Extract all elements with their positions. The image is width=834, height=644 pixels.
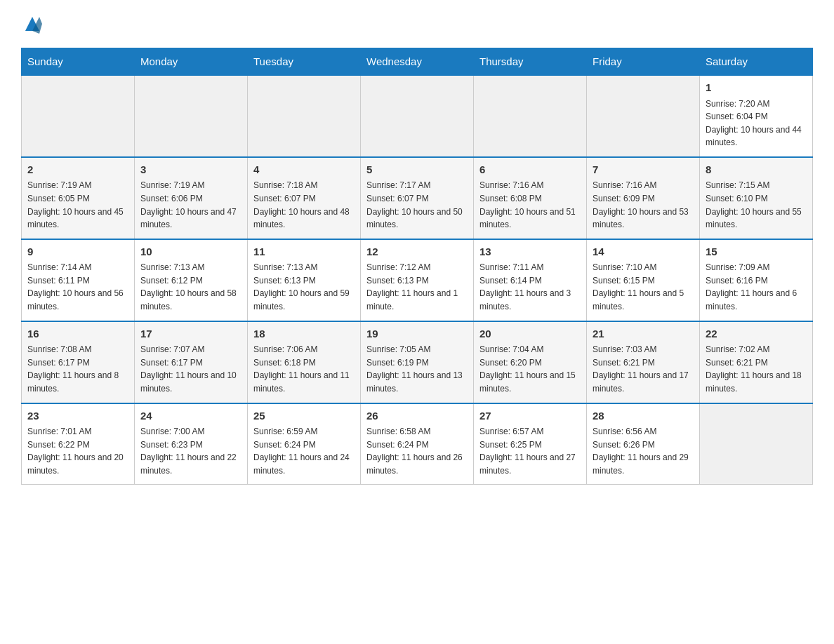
day-info: Sunrise: 7:16 AM Sunset: 6:09 PM Dayligh… — [593, 179, 694, 231]
day-info: Sunrise: 7:00 AM Sunset: 6:23 PM Dayligh… — [140, 425, 241, 477]
day-number: 12 — [366, 244, 468, 260]
day-info: Sunrise: 7:02 AM Sunset: 6:21 PM Dayligh… — [706, 343, 807, 395]
calendar-day-cell: 23Sunrise: 7:01 AM Sunset: 6:22 PM Dayli… — [22, 403, 135, 485]
calendar-day-cell: 25Sunrise: 6:59 AM Sunset: 6:24 PM Dayli… — [248, 403, 361, 485]
calendar-week-row: 2Sunrise: 7:19 AM Sunset: 6:05 PM Daylig… — [22, 157, 813, 239]
day-info: Sunrise: 7:09 AM Sunset: 6:16 PM Dayligh… — [706, 261, 807, 313]
day-number: 24 — [140, 408, 241, 424]
day-number: 17 — [140, 326, 241, 342]
calendar-day-cell: 24Sunrise: 7:00 AM Sunset: 6:23 PM Dayli… — [135, 403, 248, 485]
calendar-day-cell: 4Sunrise: 7:18 AM Sunset: 6:07 PM Daylig… — [248, 157, 361, 239]
calendar-day-cell: 7Sunrise: 7:16 AM Sunset: 6:09 PM Daylig… — [587, 157, 700, 239]
calendar-day-cell: 26Sunrise: 6:58 AM Sunset: 6:24 PM Dayli… — [361, 403, 474, 485]
calendar-day-cell: 10Sunrise: 7:13 AM Sunset: 6:12 PM Dayli… — [135, 239, 248, 321]
day-number: 11 — [253, 244, 355, 260]
day-number: 3 — [140, 162, 241, 178]
calendar-day-cell: 1Sunrise: 7:20 AM Sunset: 6:04 PM Daylig… — [700, 75, 813, 157]
calendar-day-cell: 5Sunrise: 7:17 AM Sunset: 6:07 PM Daylig… — [361, 157, 474, 239]
day-info: Sunrise: 7:13 AM Sunset: 6:13 PM Dayligh… — [253, 261, 355, 313]
calendar-day-cell: 22Sunrise: 7:02 AM Sunset: 6:21 PM Dayli… — [700, 321, 813, 403]
day-info: Sunrise: 7:03 AM Sunset: 6:21 PM Dayligh… — [593, 343, 694, 395]
day-number: 14 — [593, 244, 694, 260]
calendar-day-cell: 17Sunrise: 7:07 AM Sunset: 6:17 PM Dayli… — [135, 321, 248, 403]
day-info: Sunrise: 6:56 AM Sunset: 6:26 PM Dayligh… — [593, 425, 694, 477]
day-header-wednesday: Wednesday — [361, 48, 474, 76]
calendar-day-cell: 19Sunrise: 7:05 AM Sunset: 6:19 PM Dayli… — [361, 321, 474, 403]
day-info: Sunrise: 6:57 AM Sunset: 6:25 PM Dayligh… — [479, 425, 581, 477]
calendar-day-cell: 18Sunrise: 7:06 AM Sunset: 6:18 PM Dayli… — [248, 321, 361, 403]
day-number: 19 — [366, 326, 468, 342]
calendar-day-cell: 8Sunrise: 7:15 AM Sunset: 6:10 PM Daylig… — [700, 157, 813, 239]
day-header-friday: Friday — [587, 48, 700, 76]
calendar-day-cell — [22, 75, 135, 157]
calendar-day-cell: 21Sunrise: 7:03 AM Sunset: 6:21 PM Dayli… — [587, 321, 700, 403]
day-number: 13 — [479, 244, 581, 260]
day-number: 10 — [140, 244, 241, 260]
calendar-day-cell — [587, 75, 700, 157]
day-info: Sunrise: 7:19 AM Sunset: 6:06 PM Dayligh… — [140, 179, 241, 231]
day-number: 9 — [27, 244, 128, 260]
day-info: Sunrise: 7:06 AM Sunset: 6:18 PM Dayligh… — [253, 343, 355, 395]
day-info: Sunrise: 6:58 AM Sunset: 6:24 PM Dayligh… — [366, 425, 468, 477]
logo — [21, 14, 42, 34]
day-info: Sunrise: 7:19 AM Sunset: 6:05 PM Dayligh… — [27, 179, 128, 231]
day-number: 22 — [706, 326, 807, 342]
day-info: Sunrise: 7:20 AM Sunset: 6:04 PM Dayligh… — [706, 98, 807, 149]
calendar-day-cell: 16Sunrise: 7:08 AM Sunset: 6:17 PM Dayli… — [22, 321, 135, 403]
day-number: 4 — [253, 162, 355, 178]
calendar-week-row: 9Sunrise: 7:14 AM Sunset: 6:11 PM Daylig… — [22, 239, 813, 321]
day-info: Sunrise: 7:01 AM Sunset: 6:22 PM Dayligh… — [27, 425, 128, 477]
day-header-thursday: Thursday — [474, 48, 587, 76]
day-info: Sunrise: 7:18 AM Sunset: 6:07 PM Dayligh… — [253, 179, 355, 231]
calendar-day-cell: 15Sunrise: 7:09 AM Sunset: 6:16 PM Dayli… — [700, 239, 813, 321]
day-info: Sunrise: 7:05 AM Sunset: 6:19 PM Dayligh… — [366, 343, 468, 395]
day-header-tuesday: Tuesday — [248, 48, 361, 76]
day-number: 27 — [479, 408, 581, 424]
calendar-day-cell — [248, 75, 361, 157]
calendar-day-cell — [135, 75, 248, 157]
day-number: 2 — [27, 162, 128, 178]
day-info: Sunrise: 7:13 AM Sunset: 6:12 PM Dayligh… — [140, 261, 241, 313]
day-info: Sunrise: 7:07 AM Sunset: 6:17 PM Dayligh… — [140, 343, 241, 395]
calendar-week-row: 16Sunrise: 7:08 AM Sunset: 6:17 PM Dayli… — [22, 321, 813, 403]
logo-icon — [22, 14, 42, 34]
day-header-sunday: Sunday — [22, 48, 135, 76]
day-info: Sunrise: 7:10 AM Sunset: 6:15 PM Dayligh… — [593, 261, 694, 313]
calendar-day-cell: 2Sunrise: 7:19 AM Sunset: 6:05 PM Daylig… — [22, 157, 135, 239]
day-number: 16 — [27, 326, 128, 342]
calendar-day-cell: 12Sunrise: 7:12 AM Sunset: 6:13 PM Dayli… — [361, 239, 474, 321]
day-info: Sunrise: 7:12 AM Sunset: 6:13 PM Dayligh… — [366, 261, 468, 313]
day-info: Sunrise: 7:04 AM Sunset: 6:20 PM Dayligh… — [479, 343, 581, 395]
day-info: Sunrise: 7:11 AM Sunset: 6:14 PM Dayligh… — [479, 261, 581, 313]
day-info: Sunrise: 7:17 AM Sunset: 6:07 PM Dayligh… — [366, 179, 468, 231]
calendar-day-cell — [474, 75, 587, 157]
day-number: 26 — [366, 408, 468, 424]
calendar-header-row: SundayMondayTuesdayWednesdayThursdayFrid… — [22, 48, 813, 76]
day-number: 8 — [706, 162, 807, 178]
day-number: 1 — [706, 80, 807, 96]
calendar-day-cell: 20Sunrise: 7:04 AM Sunset: 6:20 PM Dayli… — [474, 321, 587, 403]
day-info: Sunrise: 7:15 AM Sunset: 6:10 PM Dayligh… — [706, 179, 807, 231]
day-number: 7 — [593, 162, 694, 178]
day-number: 23 — [27, 408, 128, 424]
day-number: 20 — [479, 326, 581, 342]
calendar-day-cell: 13Sunrise: 7:11 AM Sunset: 6:14 PM Dayli… — [474, 239, 587, 321]
day-number: 15 — [706, 244, 807, 260]
day-number: 25 — [253, 408, 355, 424]
day-info: Sunrise: 7:14 AM Sunset: 6:11 PM Dayligh… — [27, 261, 128, 313]
calendar-week-row: 1Sunrise: 7:20 AM Sunset: 6:04 PM Daylig… — [22, 75, 813, 157]
calendar-day-cell: 14Sunrise: 7:10 AM Sunset: 6:15 PM Dayli… — [587, 239, 700, 321]
calendar-week-row: 23Sunrise: 7:01 AM Sunset: 6:22 PM Dayli… — [22, 403, 813, 485]
day-header-monday: Monday — [135, 48, 248, 76]
day-number: 6 — [479, 162, 581, 178]
calendar-day-cell: 6Sunrise: 7:16 AM Sunset: 6:08 PM Daylig… — [474, 157, 587, 239]
calendar-day-cell — [361, 75, 474, 157]
day-header-saturday: Saturday — [700, 48, 813, 76]
day-number: 5 — [366, 162, 468, 178]
calendar-day-cell: 9Sunrise: 7:14 AM Sunset: 6:11 PM Daylig… — [22, 239, 135, 321]
calendar-day-cell: 27Sunrise: 6:57 AM Sunset: 6:25 PM Dayli… — [474, 403, 587, 485]
page-header — [21, 14, 813, 34]
calendar-table: SundayMondayTuesdayWednesdayThursdayFrid… — [21, 48, 813, 485]
day-info: Sunrise: 7:08 AM Sunset: 6:17 PM Dayligh… — [27, 343, 128, 395]
day-number: 21 — [593, 326, 694, 342]
